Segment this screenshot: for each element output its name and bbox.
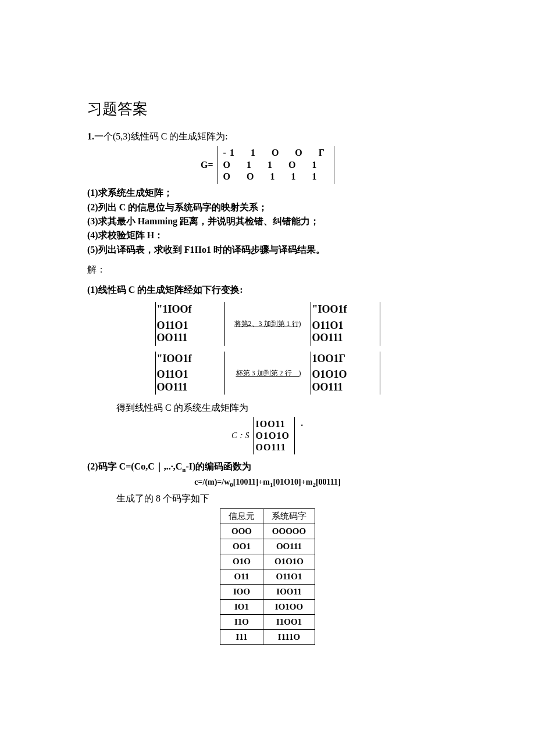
transform-matrix-1: "1IOOf O11O1 OO111 xyxy=(155,302,225,346)
table-cell: OO1 xyxy=(220,539,263,554)
gs-matrix-block: C：S IOO11 O1O1O OO111 · xyxy=(87,417,448,454)
matrix-G: G= -1 1 O O Γ O 1 1 O 1 O O 1 1 1 xyxy=(87,146,448,184)
matrix-G-row: O 1 1 O 1 xyxy=(223,159,328,171)
table-cell: OOOOO xyxy=(263,524,315,539)
gs-matrix-body: IOO11 O1O1O OO111 xyxy=(253,417,295,454)
matrix-row: 1OO1Γ xyxy=(312,353,376,366)
table-cell: I111O xyxy=(263,630,315,645)
table-cell: OO111 xyxy=(263,539,315,554)
matrix-row: OO111 xyxy=(256,442,290,453)
transform-matrix-2: "IOO1f O11O1 OO111 xyxy=(311,302,380,346)
problem-intro-text: 一个(5,3)线性码 C 的生成矩阵为: xyxy=(94,131,228,141)
part2-intro-b: -I)的编码函数为 xyxy=(186,461,251,471)
formula-lhs: c=/(m)=/w xyxy=(194,478,230,486)
page-title: 习题答案 xyxy=(87,99,448,120)
matrix-G-body: -1 1 O O Γ O 1 1 O 1 O O 1 1 1 xyxy=(217,146,334,184)
matrix-row: "IOO1f xyxy=(157,353,221,366)
table-cell: IOO xyxy=(220,585,263,600)
table-header: 信息元 xyxy=(220,509,263,524)
matrix-row: "1IOOf xyxy=(157,303,221,316)
transformation-table: "1IOOf O11O1 OO111 将第2、3 加到第 1 行) "IOO1f… xyxy=(151,302,385,395)
matrix-G-row: -1 1 O O Γ xyxy=(223,147,328,159)
matrix-G-row: O O 1 1 1 xyxy=(223,171,328,183)
table-cell: O1O xyxy=(220,554,263,569)
table-cell: IO1 xyxy=(220,600,263,615)
formula-r0: [10011]+m xyxy=(233,478,270,486)
transform-note-2: 杯第 3 加到第 2 行 ) xyxy=(230,352,306,395)
question-3: (3)求其最小 Hamming 距离，并说明其检错、纠错能力； xyxy=(87,215,448,228)
matrix-row: O1O1O xyxy=(256,430,290,442)
question-4: (4)求校验矩阵 H： xyxy=(87,229,448,242)
table-cell: IO1OO xyxy=(263,600,315,615)
table-cell: I11 xyxy=(220,630,263,645)
matrix-row: OO111 xyxy=(312,332,376,345)
gs-dot: · xyxy=(301,417,304,433)
question-5: (5)列出译码表，求收到 F1IIo1 时的译码步骤与译码结果。 xyxy=(87,243,448,256)
problem-intro: 1.一个(5,3)线性码 C 的生成矩阵为: xyxy=(87,130,448,143)
part1-intro: (1)线性码 C 的生成矩阵经如下行变换: xyxy=(87,284,448,296)
table-cell: IOO11 xyxy=(263,585,315,600)
matrix-row: OO111 xyxy=(312,381,376,394)
table-header: 系统码字 xyxy=(263,509,315,524)
matrix-G-label: G= xyxy=(201,159,213,171)
table-cell: OOO xyxy=(220,524,263,539)
document-page: 习题答案 1.一个(5,3)线性码 C 的生成矩阵为: G= -1 1 O O … xyxy=(0,0,535,680)
transform-matrix-4: 1OO1Γ O1O1O OO111 xyxy=(311,352,380,395)
table-cell: O11O1 xyxy=(263,569,315,585)
gs-label: C：S xyxy=(231,430,249,442)
table-intro: 生成了的 8 个码字如下 xyxy=(87,492,448,505)
matrix-row: IOO11 xyxy=(256,418,290,430)
matrix-row: "IOO1f xyxy=(312,303,376,316)
part2-intro-a: (2)码字 C=(Co,C｜,..·,C xyxy=(87,461,182,471)
transform-matrix-3: "IOO1f O11O1 OO111 xyxy=(155,352,225,395)
question-2: (2)列出 C 的信息位与系统码字的映射关系； xyxy=(87,201,448,214)
matrix-row: OO111 xyxy=(157,381,221,394)
matrix-row: O11O1 xyxy=(157,320,221,332)
table-cell: O1O1O xyxy=(263,554,315,569)
table-cell: I1O xyxy=(220,615,263,630)
part2-intro: (2)码字 C=(Co,C｜,..·,Cn-I)的编码函数为 xyxy=(87,460,448,475)
table-cell: O11 xyxy=(220,569,263,585)
encoding-formula: c=/(m)=/w0[10011]+m1[01O10]+m2[00111] xyxy=(87,476,448,489)
formula-r1: [01O10]+m xyxy=(273,478,313,486)
question-list: (1)求系统生成矩阵； (2)列出 C 的信息位与系统码字的映射关系； (3)求… xyxy=(87,187,448,256)
matrix-row: O11O1 xyxy=(157,368,221,381)
matrix-row: OO111 xyxy=(157,332,221,345)
solution-label: 解： xyxy=(87,263,448,276)
matrix-row: O11O1 xyxy=(312,320,376,332)
problem-number: 1. xyxy=(87,131,94,141)
codeword-table: 信息元 系统码字 OOOOOOOO OO1OO111 O1OO1O1O O11O… xyxy=(220,508,315,645)
table-cell: I1OO1 xyxy=(263,615,315,630)
formula-r2: [00111] xyxy=(316,478,341,486)
transform-note-1: 将第2、3 加到第 1 行) xyxy=(230,302,306,346)
matrix-row: O1O1O xyxy=(312,368,376,381)
question-1: (1)求系统生成矩阵； xyxy=(87,187,448,199)
gs-intro: 得到线性码 C 的系统生成矩阵为 xyxy=(87,402,448,414)
